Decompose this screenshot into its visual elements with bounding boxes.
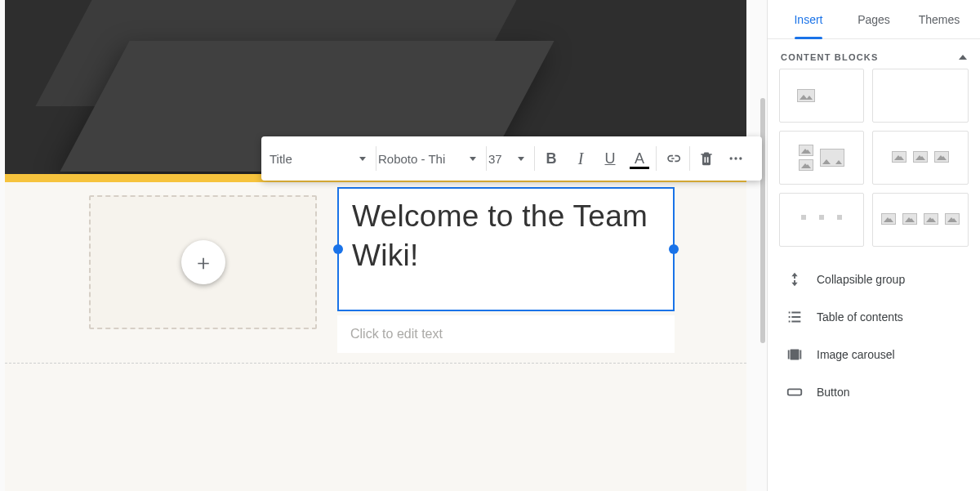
layout-template-two-images[interactable] — [872, 69, 969, 123]
widget-label: Collapsible group — [817, 273, 905, 286]
layout-template-gallery-row[interactable] — [872, 193, 969, 247]
widgets-list: Collapsible group Table of contents Imag… — [768, 255, 980, 411]
svg-point-2 — [739, 157, 742, 159]
layout-template-collage[interactable] — [779, 131, 864, 185]
empty-content-slot[interactable]: ＋ — [89, 195, 317, 329]
title-text[interactable]: Welcome to the Team Wiki! — [352, 197, 660, 275]
canvas-area: ＋ Welcome to the Team Wiki! Click to edi… — [0, 0, 768, 491]
tab-pages[interactable]: Pages — [841, 0, 906, 38]
chevron-down-icon — [359, 157, 366, 161]
subtitle-placeholder: Click to edit text — [350, 327, 443, 341]
font-size-label: 37 — [488, 152, 502, 166]
layout-template-three-column[interactable] — [872, 131, 969, 185]
widget-collapsible-group[interactable]: Collapsible group — [768, 261, 980, 298]
bold-button[interactable]: B — [537, 144, 566, 173]
font-family-dropdown[interactable]: Roboto - Thi — [378, 136, 484, 181]
more-options-button[interactable] — [721, 144, 751, 173]
layout-template-three-text[interactable] — [779, 193, 864, 247]
widget-label: Table of contents — [817, 310, 903, 324]
collapsible-icon — [786, 270, 804, 288]
svg-point-1 — [734, 157, 737, 159]
layout-template-image-text[interactable] — [779, 69, 864, 123]
italic-button[interactable]: I — [566, 144, 595, 173]
svg-point-0 — [730, 157, 733, 159]
font-family-label: Roboto - Thi — [378, 152, 445, 166]
sidebar-tabs: Insert Pages Themes — [768, 0, 980, 39]
resize-handle-left[interactable] — [333, 244, 343, 254]
link-icon — [665, 150, 681, 167]
content-blocks-label: CONTENT BLOCKS — [781, 52, 878, 62]
tab-themes[interactable]: Themes — [906, 0, 972, 38]
text-format-toolbar: Title Roboto - Thi 37 B I U A — [261, 136, 762, 181]
text-style-label: Title — [270, 152, 292, 166]
font-size-dropdown[interactable]: 37 — [488, 136, 532, 181]
carousel-icon — [786, 346, 804, 364]
add-content-button[interactable]: ＋ — [181, 240, 225, 284]
button-icon — [786, 383, 804, 401]
subtitle-text-box[interactable]: Click to edit text — [337, 315, 675, 353]
tab-insert[interactable]: Insert — [776, 0, 841, 38]
widget-label: Image carousel — [817, 348, 895, 361]
right-sidebar: Insert Pages Themes CONTENT BLOCKS — [768, 0, 980, 491]
widget-table-of-contents[interactable]: Table of contents — [768, 298, 980, 336]
insert-link-button[interactable] — [658, 144, 688, 173]
content-blocks-grid — [768, 69, 980, 255]
row-divider — [5, 363, 746, 364]
trash-icon — [698, 150, 715, 167]
text-color-button[interactable]: A — [625, 144, 654, 173]
canvas-scrollbar[interactable] — [760, 0, 765, 491]
text-style-dropdown[interactable]: Title — [270, 136, 374, 181]
widget-label: Button — [817, 386, 849, 399]
more-horizontal-icon — [728, 150, 744, 167]
title-text-box[interactable]: Welcome to the Team Wiki! — [337, 187, 675, 311]
chevron-up-icon — [959, 55, 967, 60]
chevron-down-icon — [518, 157, 524, 161]
chevron-down-icon — [470, 157, 476, 161]
content-blocks-header[interactable]: CONTENT BLOCKS — [768, 39, 980, 69]
resize-handle-right[interactable] — [669, 244, 679, 254]
page-content-section: ＋ Welcome to the Team Wiki! Click to edi… — [5, 182, 746, 491]
delete-button[interactable] — [692, 144, 721, 173]
svg-rect-3 — [788, 389, 802, 395]
underline-button[interactable]: U — [595, 144, 625, 173]
widget-image-carousel[interactable]: Image carousel — [768, 336, 980, 373]
widget-button[interactable]: Button — [768, 373, 980, 411]
toc-icon — [786, 308, 804, 326]
